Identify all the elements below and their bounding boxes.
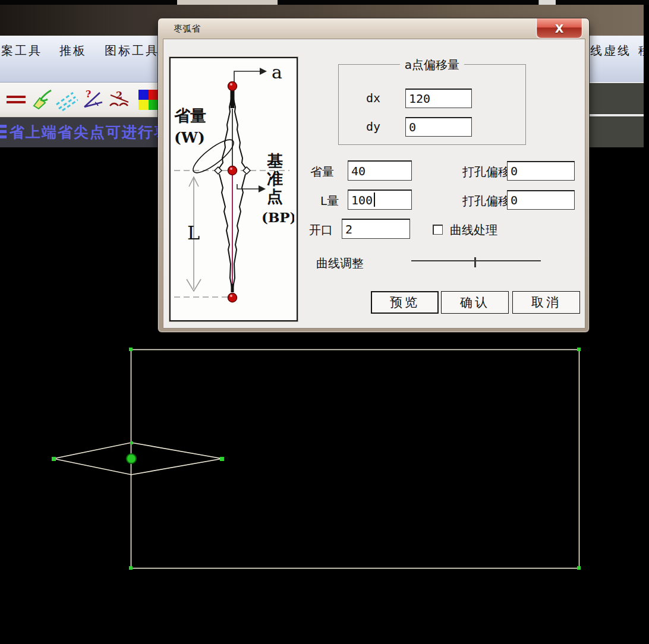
bp-label-1: 基 bbox=[267, 151, 283, 170]
right-side-panel bbox=[588, 82, 644, 151]
group-title: a点偏移量 bbox=[400, 57, 464, 73]
curve-adjust-slider[interactable] bbox=[411, 260, 541, 261]
double-line-glyph bbox=[5, 88, 27, 112]
bp-label-2: 准 bbox=[267, 169, 283, 188]
menu-item-file-tools[interactable]: 案工具 bbox=[1, 43, 42, 59]
punch-offset-top-input[interactable] bbox=[507, 161, 575, 181]
dart-right-tip-handle[interactable] bbox=[220, 457, 224, 461]
l-label: L bbox=[187, 222, 200, 244]
angle-glyph: ? bbox=[82, 88, 105, 112]
pattern-rectangle[interactable] bbox=[131, 350, 579, 569]
dialog-client-area: a bbox=[163, 39, 585, 329]
opening-label: 开口 bbox=[309, 222, 333, 238]
curve-order-glyph: 2 bbox=[108, 88, 131, 112]
dart-top-vertex-handle[interactable] bbox=[130, 441, 133, 444]
color-grid-icon[interactable] bbox=[137, 88, 160, 112]
bp-label-3: 点 bbox=[267, 187, 283, 206]
status-hint-text: 省上端省尖点可进行枣 bbox=[10, 122, 170, 142]
confirm-button[interactable]: 确认 bbox=[441, 291, 509, 314]
preview-button[interactable]: 预览 bbox=[371, 291, 439, 314]
dart-width-unit: (W) bbox=[174, 129, 205, 146]
broom-icon[interactable] bbox=[31, 88, 54, 112]
curve-process-label: 曲线处理 bbox=[450, 222, 497, 238]
broom-glyph bbox=[31, 88, 54, 112]
corner-handle-bottom-left[interactable] bbox=[129, 566, 133, 570]
dy-label: dy bbox=[366, 119, 380, 134]
window-right-edge bbox=[644, 5, 649, 153]
dart-width-label: 省量 bbox=[174, 106, 206, 125]
l-amount-label: L量 bbox=[320, 193, 339, 209]
hatch-fill-icon[interactable] bbox=[55, 88, 78, 112]
dialog-title: 枣弧省 bbox=[174, 23, 200, 34]
color-grid-glyph bbox=[137, 88, 160, 112]
opening-input[interactable] bbox=[342, 219, 410, 239]
dart-dialog: 枣弧省 X a bbox=[157, 18, 590, 333]
curve-process-checkbox[interactable] bbox=[433, 225, 443, 235]
dy-input[interactable] bbox=[405, 117, 472, 137]
a-point-offset-group: a点偏移量 dx dy bbox=[338, 64, 526, 145]
dart-left-tip-handle[interactable] bbox=[52, 457, 56, 461]
corner-handle-top-left[interactable] bbox=[129, 348, 133, 351]
dart-illustration: a bbox=[171, 58, 294, 318]
corner-handle-bottom-right[interactable] bbox=[577, 566, 581, 570]
menu-item-dashed-line[interactable]: 线虚线 bbox=[590, 43, 631, 59]
menu-item-icon-tools[interactable]: 图标工具 bbox=[105, 43, 159, 59]
svg-text:?: ? bbox=[86, 89, 91, 100]
a-label: a bbox=[272, 62, 282, 83]
dialog-titlebar[interactable]: 枣弧省 bbox=[158, 18, 589, 39]
bp-label-suffix: (BP) bbox=[262, 209, 294, 225]
dart-center-point[interactable] bbox=[127, 454, 136, 463]
curve-adjust-slider-thumb[interactable] bbox=[474, 257, 476, 267]
l-amount-input[interactable] bbox=[348, 190, 412, 210]
dart-amount-input[interactable] bbox=[348, 160, 412, 181]
cancel-button[interactable]: 取消 bbox=[512, 291, 580, 314]
dx-input[interactable] bbox=[405, 89, 472, 108]
punch-offset-bottom-label: 打孔偏移 bbox=[462, 193, 510, 209]
hint-clipped-character bbox=[0, 125, 7, 140]
punch-offset-bottom-input[interactable] bbox=[507, 190, 575, 210]
text-cursor bbox=[374, 192, 375, 207]
hatch-glyph bbox=[55, 88, 78, 112]
curve-order-icon[interactable]: 2 bbox=[108, 88, 131, 112]
dart-amount-label: 省量 bbox=[310, 164, 334, 180]
punch-offset-top-label: 打孔偏移 bbox=[462, 164, 510, 180]
angle-query-icon[interactable]: ? bbox=[82, 88, 105, 112]
dart-diamond[interactable] bbox=[53, 443, 222, 475]
background-window-edge bbox=[177, 0, 278, 5]
menu-item-pushboard[interactable]: 推板 bbox=[59, 43, 87, 59]
dart-illustration-box: a bbox=[169, 57, 298, 321]
corner-handle-top-right[interactable] bbox=[577, 348, 581, 351]
right-panel-block-top bbox=[588, 83, 645, 114]
dx-label: dx bbox=[366, 91, 380, 105]
double-line-icon[interactable] bbox=[5, 88, 27, 112]
close-button[interactable]: X bbox=[536, 18, 582, 39]
curve-adjust-label: 曲线调整 bbox=[316, 255, 364, 272]
application-window: 案工具 推板 图标工具 线虚线 移 bbox=[0, 0, 649, 644]
right-panel-block-bottom bbox=[588, 116, 645, 149]
